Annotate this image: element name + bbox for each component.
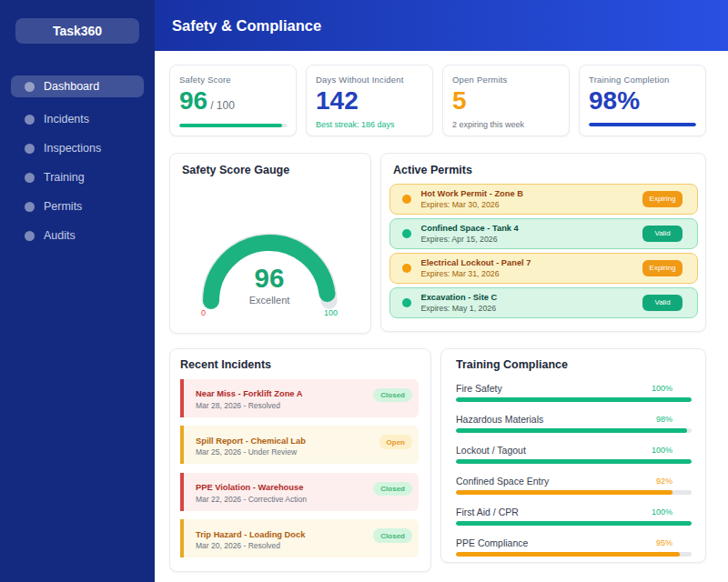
svg-text:96: 96 — [254, 263, 284, 293]
svg-text:0: 0 — [201, 308, 206, 317]
svg-text:Excellent: Excellent — [248, 295, 289, 306]
svg-text:100: 100 — [323, 308, 337, 317]
